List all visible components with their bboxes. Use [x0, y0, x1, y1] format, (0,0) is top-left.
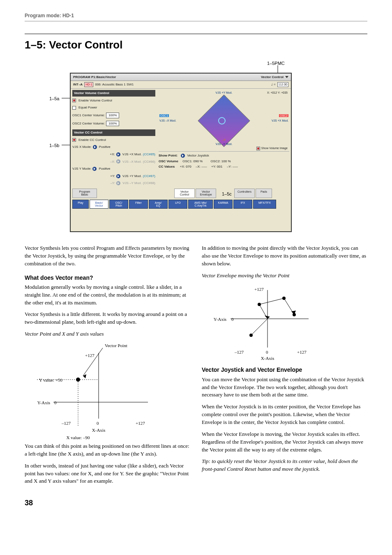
- svg-text:+127: +127: [297, 350, 307, 355]
- running-head: Program mode: HD-1: [25, 12, 367, 21]
- osc-volume-2: OSC2: 100 %: [211, 159, 231, 164]
- cc-values-label: CC Values: [159, 164, 175, 169]
- equal-power-label: Equal Power: [78, 105, 97, 110]
- osc1-center-value[interactable]: 100%: [106, 113, 119, 118]
- para-intro: Vector Synthesis lets you control Progra…: [25, 244, 190, 268]
- tempo-label: ♩ =: [271, 82, 276, 87]
- tempo-value[interactable]: 112.00: [277, 82, 288, 87]
- heading-joystick-envelope: Vector Joystick and Vector Envelope: [202, 366, 367, 374]
- title-rule: [25, 34, 367, 34]
- enable-cc-checkbox[interactable]: [72, 138, 76, 142]
- svg-text:X value: –90: X value: –90: [67, 435, 90, 439]
- osc2-center-label: OSC2 Center Volume:: [72, 121, 105, 126]
- tab-lower-5[interactable]: LFO: [168, 200, 187, 209]
- minus-y-label: –Y:: [111, 181, 115, 186]
- plus-x-select[interactable]: [116, 152, 120, 157]
- osc1-tag: OSC1: [159, 114, 169, 118]
- tabs-lower: PlayBasic/ VectorOSC/ PitchFilterAmp/ EQ…: [71, 199, 291, 210]
- equal-power-checkbox[interactable]: [72, 106, 76, 110]
- callout-line-pmc: [273, 65, 283, 74]
- plus-x-cc: (CC#85): [143, 152, 155, 157]
- hd1-badge: HD-1: [84, 82, 93, 87]
- tab-upper-4[interactable]: Vector Control: [174, 189, 195, 198]
- tab-lower-0[interactable]: Play: [72, 200, 89, 209]
- svg-line-8: [83, 348, 103, 376]
- minus-x-cc: (CC#86): [143, 159, 155, 164]
- show-point-value: Vector Joystick: [187, 153, 209, 158]
- show-point-select[interactable]: [181, 154, 185, 158]
- svg-text:Vector Point: Vector Point: [105, 343, 127, 348]
- callout-1-5c: 1–5c: [222, 191, 232, 198]
- osc2-tag: OSC2: [279, 114, 288, 118]
- para-center: When the Vector Joystick is in its cente…: [202, 403, 367, 426]
- my-arrow-label: –Y: [222, 138, 226, 142]
- svg-point-23: [258, 303, 261, 306]
- svg-text:0: 0: [231, 317, 234, 322]
- svg-point-22: [249, 334, 253, 337]
- vjs-x-mode-label: VJS X Mode:: [72, 145, 92, 150]
- tab-upper-8[interactable]: Pads: [256, 189, 272, 198]
- minus-x-label: –X:: [110, 159, 115, 164]
- heading-what-vector: What does Vector mean?: [25, 274, 190, 282]
- svg-text:Y-Axis: Y-Axis: [37, 400, 50, 405]
- vjs-y-mode-select[interactable]: [92, 167, 97, 171]
- svg-text:–127: –127: [61, 421, 71, 426]
- svg-text:0: 0: [54, 400, 57, 405]
- plus-x-label: +X:: [110, 152, 115, 157]
- svg-text:+127: +127: [85, 353, 95, 358]
- fig1-caption: Vector Point and X and Y axis values: [25, 330, 190, 338]
- para-combine: You can move the Vector point using the …: [202, 376, 367, 399]
- osc2-center-value[interactable]: 100%: [106, 121, 119, 127]
- plus-x-value: VJS +X Mod.: [122, 152, 142, 157]
- tab-lower-2[interactable]: OSC/ Pitch: [109, 200, 128, 209]
- enable-cc-label: Enable CC Control: [78, 138, 106, 143]
- svg-point-24: [282, 297, 286, 300]
- page-number: 38: [25, 497, 367, 508]
- show-volume-image[interactable]: Show Volume Image: [256, 146, 288, 150]
- vjs-y-mode-value: Positive: [99, 166, 110, 171]
- show-point-label: Show Point:: [159, 153, 178, 158]
- plus-y-select[interactable]: [116, 174, 120, 178]
- tab-lower-3[interactable]: Filter: [129, 200, 148, 209]
- plus-y-cc: (CC#87): [143, 174, 155, 179]
- para-vs-diff: Vector Synthesis is a little different. …: [25, 311, 190, 326]
- para-moving: When the Vector Envelope is moving, the …: [202, 431, 367, 454]
- vjs-x-mode-value: Positive: [99, 145, 111, 150]
- tab-upper-5[interactable]: Vector Envelope: [196, 189, 216, 198]
- minus-y-select: [116, 181, 120, 185]
- osc-volume-1: OSC1: 090 %: [182, 159, 203, 164]
- tabs-upper: Program BasicVector ControlVector Envelo…: [71, 188, 291, 199]
- osc1-center-label: OSC1 Center Volume:: [72, 113, 105, 118]
- page-title: 1–5: Vector Control: [25, 37, 367, 53]
- plus-y-label: +Y:: [110, 174, 115, 179]
- callout-1-5b: 1–5b: [49, 143, 59, 149]
- tab-lower-9[interactable]: MFX/TFX: [253, 200, 276, 209]
- para-think: You can think of this point as being pos…: [25, 442, 190, 458]
- svg-text:–127: –127: [234, 350, 244, 355]
- tab-upper-0[interactable]: Program Basic: [72, 189, 97, 198]
- enable-volume-checkbox[interactable]: [72, 99, 76, 102]
- plus-y-value: VJS +Y Mod.: [122, 174, 142, 179]
- tab-lower-1[interactable]: Basic/ Vector: [90, 200, 108, 209]
- tab-lower-4[interactable]: Amp/ EQ: [149, 200, 168, 209]
- program-name[interactable]: 006: Acoustic Bass 1 SW1: [95, 82, 269, 87]
- fig2-diagram: +127 Y-Axis 0 –127 0 +127 X-Axis: [202, 282, 333, 360]
- svg-text:+127: +127: [136, 421, 145, 426]
- vjs-x-mode-select[interactable]: [93, 145, 97, 149]
- para-tip: Tip: to quickly reset the Vector Joystic…: [202, 458, 367, 473]
- menu-dropdown-icon[interactable]: [285, 76, 288, 78]
- callout-1-5a: 1–5a: [49, 96, 59, 102]
- vector-volume-header: Vector Volume Control: [72, 90, 155, 97]
- cc-px: +X: 070: [180, 164, 191, 169]
- svg-text:0: 0: [97, 421, 99, 426]
- minus-y-cc: (CC#88): [143, 181, 155, 186]
- para-mod: Modulation generally works by moving a s…: [25, 283, 190, 307]
- show-volume-checkbox[interactable]: [256, 147, 260, 150]
- enable-volume-label: Enable Volume Control: [78, 98, 112, 103]
- tab-lower-8[interactable]: IFX: [233, 200, 252, 209]
- tab-lower-7[interactable]: KARMA: [214, 200, 233, 209]
- tab-lower-6[interactable]: AMS Mix/ C.KeyTrk: [188, 200, 213, 209]
- svg-point-7: [76, 378, 80, 382]
- svg-text:X-Axis: X-Axis: [261, 356, 274, 360]
- tab-upper-7[interactable]: Controllers: [234, 189, 255, 198]
